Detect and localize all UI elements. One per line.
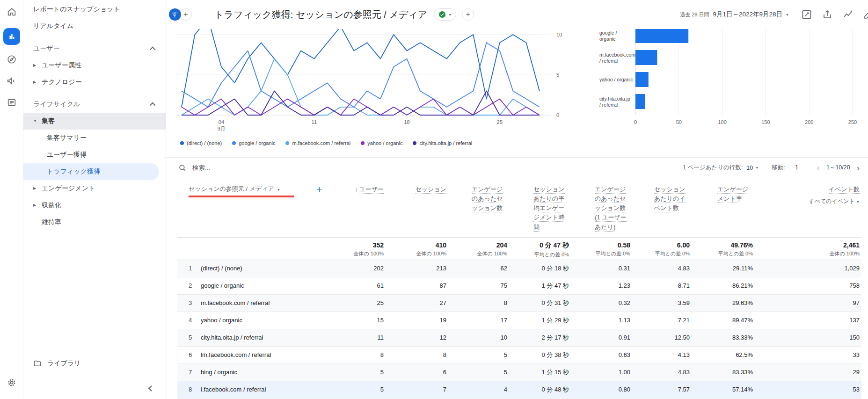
legend-item[interactable]: yahoo / organic (361, 140, 402, 146)
configure-icon[interactable] (6, 96, 18, 109)
pagination-range: 1～10/20 (826, 164, 850, 172)
metric-header-label: エンゲージのあったセッション数(1 ユーザーあたり) (595, 186, 627, 232)
table-row[interactable]: 6lm.facebook.com / referral8850 分 38 秒0.… (177, 346, 861, 363)
sidebar-item-retention[interactable]: 維持率 (23, 214, 166, 231)
section-label: ユーザー (33, 44, 60, 53)
sidebar-item-user-attributes[interactable]: ▶ ユーザー属性 (23, 57, 166, 74)
report-main: す + トラフィック獲得: セッションの参照元 / メディア ▼ + 過去 28… (166, 0, 868, 399)
table-row[interactable]: 4yahoo / organic1519171 分 29 秒1.137.2189… (177, 312, 861, 329)
date-range-hint: 過去 28 日間 (680, 11, 709, 18)
legend-item[interactable]: (direct) / (none) (180, 140, 222, 146)
column-header-event-count[interactable]: イベント数 すべてのイベント ▼ (755, 178, 861, 237)
insights-icon[interactable] (842, 9, 853, 20)
column-header-events-per-session[interactable]: セッションあたりのイベント数 (632, 178, 692, 237)
chevron-down-icon: ▼ (33, 119, 42, 123)
sidebar-item-traffic-acquisition[interactable]: トラフィック獲得 (23, 163, 159, 180)
reports-icon[interactable] (3, 28, 20, 45)
svg-text:5: 5 (556, 72, 559, 78)
date-range-value: 9月1日～2022年9月28日 (713, 10, 782, 19)
row-metric-value: 150 (755, 329, 861, 346)
folder-icon (33, 359, 42, 368)
row-metric-value: 7.21 (632, 312, 692, 329)
svg-text:200: 200 (805, 119, 813, 125)
sidebar-item-technology[interactable]: ▶ テクノロジー (23, 74, 166, 91)
add-metric-button[interactable]: + (462, 8, 474, 21)
column-header-engaged-sessions[interactable]: エンゲージのあったセッション数 (448, 178, 509, 237)
svg-text:city.hita.oita.jp: city.hita.oita.jp (599, 96, 630, 102)
customize-report-icon[interactable] (801, 9, 812, 20)
collapse-sidebar-button[interactable] (146, 383, 156, 393)
legend-item[interactable]: m.facebook.com / referral (285, 140, 350, 146)
row-metric-value: 12 (386, 329, 448, 346)
header-icon-buttons (801, 9, 868, 20)
sidebar-item-label: リアルタイム (33, 22, 73, 30)
column-header-engaged-sessions-per-user[interactable]: エンゲージのあったセッション数(1 ユーザーあたり) (571, 178, 632, 237)
sidebar-item-engagement[interactable]: ▶ エンゲージメント (23, 180, 166, 197)
date-range-selector[interactable]: 9月1日～2022年9月28日 ▼ (713, 10, 789, 19)
column-header-source-medium[interactable]: セッションの参照元 / メディア▼ + (177, 178, 332, 237)
home-icon[interactable] (6, 6, 18, 18)
column-header-avg-engagement-time[interactable]: セッションあたりの平均エンゲージメント時間 (509, 178, 571, 237)
svg-text:18: 18 (404, 119, 409, 125)
column-header-users[interactable]: ↓ユーザー (332, 178, 386, 237)
row-metric-value: 0 分 31 秒 (509, 294, 571, 312)
gear-icon[interactable] (6, 377, 18, 389)
sidebar-section-user[interactable]: ユーザー (23, 40, 166, 57)
row-metric-value: 97 (755, 294, 861, 312)
column-header-engagement-rate[interactable]: エンゲージメント率 (692, 178, 755, 237)
sidebar-item-realtime[interactable]: リアルタイム (23, 18, 166, 35)
sidebar-item-acquisition-overview[interactable]: 集客サマリー (23, 130, 166, 146)
chevron-down-icon[interactable]: ▼ (856, 200, 860, 203)
table-row[interactable]: 2google / organic6187751 分 47 秒1.238.718… (177, 277, 861, 294)
table-row[interactable]: 8l.facebook.com / referral5740 分 48 秒0.8… (177, 381, 861, 398)
metric-header-label: セッションあたりの平均エンゲージメント時間 (533, 186, 565, 232)
totals-cell: 204全体の 100% (448, 237, 509, 260)
edit-report-icon[interactable] (863, 9, 868, 20)
segment-chip[interactable]: す (169, 8, 181, 21)
share-icon[interactable] (822, 9, 833, 20)
chevron-left-icon (148, 385, 154, 392)
data-quality-badge[interactable]: ▼ (434, 8, 456, 21)
row-metric-value: 57.14% (692, 381, 755, 398)
search-input[interactable] (192, 164, 342, 171)
rows-per-page-select[interactable]: 10 (746, 165, 753, 171)
row-metric-value: 15 (332, 312, 386, 329)
goto-page-input[interactable]: 1 (790, 164, 804, 171)
svg-text:11: 11 (312, 119, 317, 125)
chevron-down-icon[interactable]: ▼ (755, 166, 759, 169)
column-header-sessions[interactable]: セッション (386, 178, 448, 237)
row-dimension-cell: 2google / organic (177, 277, 332, 294)
row-metric-value: 62 (448, 260, 509, 277)
legend-item[interactable]: city.hita.oita.jp / referral (413, 140, 472, 146)
nav-rail (0, 0, 23, 399)
row-metric-value: 7.57 (632, 381, 692, 398)
explore-icon[interactable] (6, 53, 18, 65)
chevron-down-icon: ▼ (786, 13, 789, 16)
sidebar-item-user-acquisition[interactable]: ユーザー獲得 (23, 146, 166, 163)
sidebar-section-lifecycle[interactable]: ライフサイクル (23, 96, 166, 113)
sidebar-item-snapshot[interactable]: レポートのスナップショット (23, 1, 166, 18)
table-row[interactable]: 1(direct) / (none)202213620 分 18 秒0.314.… (177, 260, 861, 277)
red-annotation-underline (189, 196, 294, 197)
sidebar-item-label: テクノロジー (42, 78, 82, 87)
sidebar-item-library[interactable]: ライブラリ (23, 355, 166, 372)
legend-item[interactable]: google / organic (232, 140, 275, 146)
sidebar-item-monetization[interactable]: ▶ 収益化 (23, 197, 166, 214)
add-dimension-button[interactable]: + (316, 184, 322, 195)
prev-page-button[interactable]: ‹ (816, 163, 821, 172)
row-metric-value: 4.83 (632, 363, 692, 381)
sidebar-item-acquisition[interactable]: ▼ 集客 (23, 113, 166, 130)
legend-dot-icon (180, 141, 184, 145)
table-row[interactable]: 7bing / organic5651 分 15 秒1.004.8383.33%… (177, 363, 861, 381)
row-metric-value: 8 (386, 346, 448, 363)
add-comparison-button[interactable]: + (180, 8, 192, 21)
row-metric-value: 33 (755, 346, 861, 363)
next-page-button[interactable]: › (856, 163, 861, 172)
pagination: 1 ページあたりの行数: 10 ▼ 移動: 1 ‹ 1～10/20 › (683, 163, 861, 172)
advertising-icon[interactable] (6, 75, 18, 87)
row-source-medium: city.hita.oita.jp / referral (201, 334, 263, 341)
metrics-table: セッションの参照元 / メディア▼ + ↓ユーザー セッション エンゲージのあっ… (177, 178, 861, 399)
chart-legend: (direct) / (none)google / organicm.faceb… (180, 140, 472, 146)
table-row[interactable]: 3m.facebook.com / referral252780 分 31 秒0… (177, 294, 861, 312)
table-row[interactable]: 5city.hita.oita.jp / referral1112102 分 1… (177, 329, 861, 346)
